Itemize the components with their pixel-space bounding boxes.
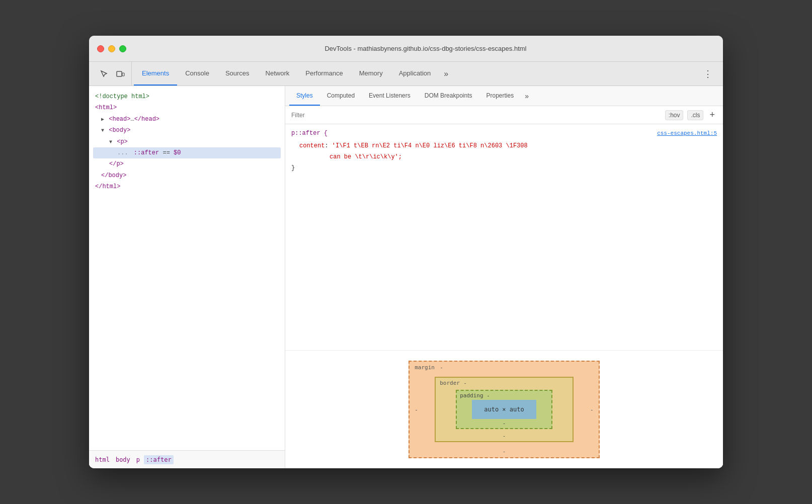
breadcrumb-bar: html body p ::after xyxy=(89,450,285,468)
margin-left-val: - xyxy=(415,406,418,413)
toolbar-icons xyxy=(93,62,132,86)
box-padding: padding - - auto × auto xyxy=(456,390,552,429)
close-button[interactable] xyxy=(97,45,104,52)
dom-line-close-p[interactable]: </p> xyxy=(93,158,281,170)
main-content: <!doctype html> <html> ▶ <head>…</head> … xyxy=(89,86,723,468)
filter-input[interactable] xyxy=(291,112,665,119)
margin-top-val: - xyxy=(440,364,443,371)
tab-event-listeners[interactable]: Event Listeners xyxy=(362,86,418,106)
breadcrumb-body[interactable]: body xyxy=(114,455,132,464)
css-rule-body: content: 'I\F1 t\EB rn\E2 ti\F4 n\E0 liz… xyxy=(291,140,717,163)
main-toolbar: Elements Console Sources Network Perform… xyxy=(89,62,723,86)
triangle-down-icon: ▼ xyxy=(109,138,112,146)
border-top-val: - xyxy=(463,380,467,386)
window-title: DevTools - mathiasbynens.github.io/css-d… xyxy=(136,45,715,52)
margin-right-val: - xyxy=(590,406,594,413)
cls-button[interactable]: .cls xyxy=(687,110,703,120)
box-model-section: margin - - - - border - - padding - - xyxy=(285,350,723,468)
tab-computed[interactable]: Computed xyxy=(320,86,362,106)
titlebar: DevTools - mathiasbynens.github.io/css-d… xyxy=(89,36,723,62)
css-property-line: content: 'I\F1 t\EB rn\E2 ti\F4 n\E0 liz… xyxy=(299,140,717,152)
tab-elements[interactable]: Elements xyxy=(134,62,177,86)
add-style-button[interactable]: + xyxy=(707,110,717,120)
tab-console[interactable]: Console xyxy=(177,62,217,86)
tab-dom-breakpoints[interactable]: DOM Breakpoints xyxy=(418,86,479,106)
tab-memory[interactable]: Memory xyxy=(351,62,391,86)
css-source-link[interactable]: css-escapes.html:5 xyxy=(657,129,717,139)
maximize-button[interactable] xyxy=(119,45,126,52)
dom-line-head[interactable]: ▶ <head>…</head> xyxy=(93,114,281,125)
styles-tabs: Styles Computed Event Listeners DOM Brea… xyxy=(285,86,723,106)
box-content: auto × auto xyxy=(472,400,536,419)
dom-line-html[interactable]: <html> xyxy=(93,102,281,113)
prop-name: content xyxy=(299,142,324,149)
prop-value-1: 'I\F1 t\EB rn\E2 ti\F4 n\E0 liz\E6 ti\F8… xyxy=(332,142,528,149)
prop-value-2: can be \t\r\ic\k\y'; xyxy=(330,153,402,160)
tab-styles[interactable]: Styles xyxy=(289,86,320,106)
dom-tree: <!doctype html> <html> ▶ <head>…</head> … xyxy=(89,86,285,450)
tab-performance[interactable]: Performance xyxy=(297,62,351,86)
margin-label: margin xyxy=(415,364,435,371)
content-dimensions: auto × auto xyxy=(484,406,524,413)
box-margin: margin - - - - border - - padding - - xyxy=(409,361,599,458)
breadcrumb-p[interactable]: p xyxy=(134,455,142,464)
filter-actions: :hov .cls + xyxy=(665,110,717,120)
dom-line-close-html[interactable]: </html> xyxy=(93,181,281,192)
css-selector[interactable]: p::after { xyxy=(291,128,328,139)
device-icon[interactable] xyxy=(113,67,127,81)
dom-line-body[interactable]: ▼ <body> xyxy=(93,125,281,136)
devtools-window: DevTools - mathiasbynens.github.io/css-d… xyxy=(89,36,723,468)
padding-label: padding - xyxy=(460,392,490,399)
filter-bar: :hov .cls + xyxy=(285,106,723,124)
tab-network[interactable]: Network xyxy=(258,62,298,86)
tab-application[interactable]: Application xyxy=(391,62,439,86)
tab-sources[interactable]: Sources xyxy=(217,62,258,86)
kebab-menu-button[interactable]: ⋮ xyxy=(701,67,715,81)
breadcrumb-after[interactable]: ::after xyxy=(144,455,174,464)
hov-button[interactable]: :hov xyxy=(665,110,684,120)
more-tabs-button[interactable]: » xyxy=(439,62,453,86)
right-panel: Styles Computed Event Listeners DOM Brea… xyxy=(285,86,723,468)
minimize-button[interactable] xyxy=(108,45,115,52)
main-tabs: Elements Console Sources Network Perform… xyxy=(134,62,453,86)
elements-panel: <!doctype html> <html> ▶ <head>…</head> … xyxy=(89,86,285,468)
css-property-line-2: can be \t\r\ic\k\y'; xyxy=(299,151,717,163)
dom-line-after[interactable]: ... ::after == $0 xyxy=(93,147,281,158)
dom-line-p[interactable]: ▼ <p> xyxy=(93,136,281,147)
css-rule-close: } xyxy=(291,163,717,174)
inspect-icon[interactable] xyxy=(97,67,111,81)
border-label: border xyxy=(440,380,460,386)
dom-line-doctype[interactable]: <!doctype html> xyxy=(93,91,281,102)
tab-properties[interactable]: Properties xyxy=(479,86,521,106)
triangle-icon: ▶ xyxy=(101,115,104,124)
traffic-lights xyxy=(97,45,126,52)
padding-bottom-val: - xyxy=(503,420,506,427)
triangle-down-icon: ▼ xyxy=(101,126,104,135)
styles-content: p::after { css-escapes.html:5 content: '… xyxy=(285,124,723,350)
svg-rect-0 xyxy=(117,71,122,76)
toolbar-end: ⋮ xyxy=(701,62,719,86)
breadcrumb-html[interactable]: html xyxy=(93,455,112,464)
dom-line-close-body[interactable]: </body> xyxy=(93,170,281,181)
more-styles-tabs-button[interactable]: » xyxy=(521,86,533,106)
svg-rect-1 xyxy=(122,73,124,76)
box-border: border - - padding - - auto × auto xyxy=(435,377,573,442)
margin-bottom-val: - xyxy=(503,448,506,455)
border-bottom-val: - xyxy=(503,433,506,439)
css-rule-header: p::after { css-escapes.html:5 xyxy=(291,128,717,139)
